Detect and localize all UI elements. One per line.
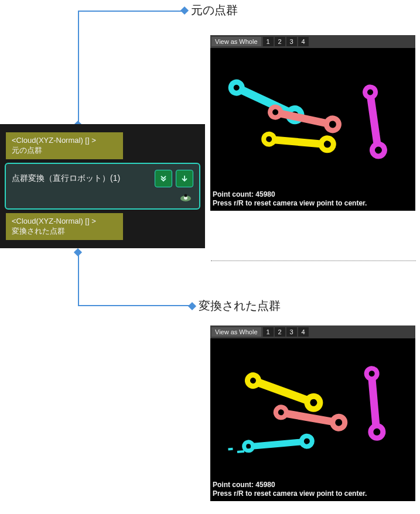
connector-line	[78, 252, 79, 305]
viewer-page-1[interactable]: 1	[263, 37, 274, 46]
node-button-group	[155, 170, 193, 187]
node-input-port[interactable]: <Cloud(XYZ-Normal) [] > 元の点群	[6, 132, 123, 159]
port-type-text: <Cloud(XYZ-Normal) [] >	[12, 217, 117, 227]
view-mode-button[interactable]: View as Whole	[211, 37, 261, 46]
viewer-page-4[interactable]: 4	[298, 327, 309, 337]
connector-line	[78, 305, 189, 306]
port-name-text: 元の点群	[12, 146, 117, 156]
visibility-icon[interactable]	[179, 193, 192, 204]
viewer-page-1[interactable]: 1	[263, 327, 274, 337]
node-main[interactable]: 点群変換（直行ロボット）(1)	[5, 163, 200, 210]
viewer-toolbar: View as Whole 1 2 3 4	[210, 325, 415, 338]
svg-rect-39	[228, 448, 233, 451]
view-mode-button[interactable]: View as Whole	[211, 327, 261, 337]
viewer-toolbar: View as Whole 1 2 3 4	[210, 35, 415, 48]
label-transformed-text: 変換された点群	[199, 298, 281, 314]
node-output-port[interactable]: <Cloud(XYZ-Normal) [] > 変換された点群	[6, 213, 123, 240]
point-count-label: Point count:	[213, 481, 254, 489]
arrow-down-icon	[180, 174, 189, 183]
viewer-page-3[interactable]: 3	[286, 37, 297, 46]
divider	[211, 261, 416, 261]
reset-hint-text: Press r/R to reset camera view point to …	[213, 199, 367, 208]
viewer-original: View as Whole 1 2 3 4	[210, 35, 415, 211]
viewer-page-3[interactable]: 3	[286, 327, 297, 337]
label-original: 元の点群	[182, 2, 238, 18]
node-block: <Cloud(XYZ-Normal) [] > 元の点群 点群変換（直行ロボット…	[0, 124, 205, 248]
point-count-value: 45980	[255, 190, 275, 198]
node-main-row: 点群変換（直行ロボット）(1)	[12, 170, 193, 187]
expand-all-button[interactable]	[155, 170, 172, 187]
node-title-text: 点群変換（直行ロボット）(1)	[12, 173, 120, 184]
viewer-status: Point count: 45980 Press r/R to reset ca…	[210, 188, 369, 211]
viewer-canvas[interactable]	[210, 48, 415, 189]
point-count-value: 45980	[255, 481, 275, 489]
svg-rect-13	[269, 136, 328, 149]
viewer-status: Point count: 45980 Press r/R to reset ca…	[210, 478, 369, 501]
port-type-text: <Cloud(XYZ-Normal) [] >	[12, 136, 117, 146]
svg-point-2	[185, 194, 187, 197]
viewer-page-2[interactable]: 2	[275, 327, 285, 337]
svg-rect-33	[248, 438, 308, 450]
bullet-diamond-icon	[188, 301, 196, 310]
viewer-canvas[interactable]	[210, 338, 415, 479]
viewer-page-2[interactable]: 2	[275, 37, 285, 46]
viewer-transformed: View as Whole 1 2 3 4	[210, 325, 415, 501]
label-original-text: 元の点群	[191, 2, 238, 18]
collapse-button[interactable]	[176, 170, 193, 187]
connector-line	[78, 11, 183, 12]
label-transformed: 変換された点群	[189, 298, 281, 314]
viewer-page-4[interactable]: 4	[298, 37, 309, 46]
connector-line	[78, 11, 79, 125]
double-chevron-down-icon	[159, 174, 168, 183]
point-count-label: Point count:	[213, 190, 254, 198]
port-name-text: 変換された点群	[12, 227, 117, 237]
reset-hint-text: Press r/R to reset camera view point to …	[213, 489, 367, 499]
svg-rect-38	[237, 450, 244, 453]
